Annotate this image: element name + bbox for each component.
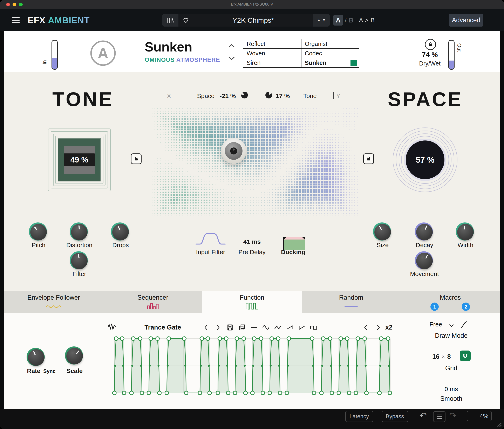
pitch-knob[interactable]: [30, 224, 47, 240]
pattern-next-button[interactable]: [375, 323, 382, 332]
shape-line-icon[interactable]: [250, 323, 258, 332]
cpu-meter[interactable]: 4%: [467, 411, 492, 421]
decay-knob[interactable]: [416, 224, 433, 240]
shape-ramp-down-icon[interactable]: [298, 323, 305, 332]
chevron-down-icon[interactable]: [449, 324, 454, 327]
snap-toggle[interactable]: [460, 350, 471, 361]
scale-knob-label: Scale: [58, 368, 91, 374]
drops-knob[interactable]: [112, 224, 129, 240]
main-panel: TONE SPACE X Space -21 % 17 % Tone Y: [4, 72, 500, 291]
grid-setting[interactable]: 16 × 8: [432, 353, 451, 360]
input-meter-label: In: [42, 60, 48, 64]
ducking-display[interactable]: [283, 237, 305, 250]
smooth-value[interactable]: 0 ms: [429, 385, 474, 393]
sync-toggle[interactable]: Sync: [43, 368, 56, 374]
tone-visualizer[interactable]: 49 %: [48, 129, 110, 191]
chevron-up-icon: [228, 44, 235, 48]
preset-browser-bar: Y2K Chimps* ▲ ▼: [162, 14, 330, 26]
tone-mini-knob[interactable]: [265, 92, 272, 98]
macro-2-badge[interactable]: 2: [462, 303, 470, 311]
preset-next-button[interactable]: ▼: [322, 18, 326, 22]
tab-envelope-follower[interactable]: Envelope Follower: [4, 291, 103, 313]
pitch-knob-label: Pitch: [18, 242, 59, 249]
space-lock-button[interactable]: [363, 153, 374, 164]
pattern-prev-button[interactable]: [362, 323, 369, 332]
tab-function[interactable]: Function: [202, 291, 301, 313]
undo-icon[interactable]: ↶: [420, 411, 427, 420]
preset-list-item[interactable]: Woven: [243, 49, 301, 58]
preset-down-button[interactable]: [228, 56, 235, 61]
ab-toggle-b[interactable]: B: [349, 17, 353, 24]
copy-icon[interactable]: [238, 323, 246, 332]
preset-list-item-selected[interactable]: Sunken: [301, 58, 359, 67]
output-level-meter[interactable]: [448, 40, 455, 70]
scale-knob[interactable]: [66, 348, 83, 364]
distortion-knob[interactable]: [71, 224, 88, 240]
preset-up-button[interactable]: [228, 44, 235, 49]
latency-button[interactable]: Latency: [345, 411, 373, 422]
ab-toggle-a[interactable]: A: [333, 15, 343, 26]
gate-editor-svg[interactable]: [112, 335, 393, 397]
prev-shape-button[interactable]: [202, 323, 210, 332]
function-wave-icon[interactable]: [107, 323, 117, 332]
tab-sequencer[interactable]: Sequencer: [103, 291, 202, 313]
size-knob[interactable]: [374, 224, 391, 240]
draw-mode-select[interactable]: Free: [424, 321, 447, 328]
advanced-button[interactable]: Advanced: [449, 14, 483, 26]
draw-curve-icon[interactable]: [459, 320, 468, 329]
resize-grip[interactable]: [495, 420, 502, 427]
ab-copy-button[interactable]: A > B: [359, 14, 375, 26]
current-preset-name[interactable]: Y2K Chimps*: [193, 14, 313, 26]
input-filter-icon[interactable]: [195, 231, 226, 248]
predelay-value[interactable]: 41 ms: [235, 238, 269, 245]
bypass-button[interactable]: Bypass: [382, 411, 408, 422]
brand-ambient: AMBIENT: [48, 15, 90, 25]
filter-knob[interactable]: [71, 253, 88, 269]
next-shape-button[interactable]: [214, 323, 222, 332]
preset-prev-button[interactable]: ▲: [317, 18, 321, 22]
redo-icon[interactable]: ↷: [449, 411, 456, 420]
shape-sine-icon[interactable]: [262, 323, 270, 332]
grid-y-value[interactable]: 8: [447, 353, 451, 360]
save-icon[interactable]: [226, 323, 234, 332]
shape-square-icon[interactable]: [310, 323, 317, 332]
multiplier-label[interactable]: x2: [385, 324, 400, 331]
drywet-lock-button[interactable]: [425, 39, 436, 50]
input-level-meter[interactable]: [52, 40, 58, 70]
movement-knob[interactable]: [416, 253, 433, 269]
favorite-button[interactable]: [179, 14, 193, 26]
preset-list-item[interactable]: Codec: [301, 49, 359, 58]
xy-pad-knob[interactable]: [221, 138, 246, 164]
shape-triangle-icon[interactable]: [274, 323, 281, 332]
hamburger-menu-icon[interactable]: [12, 17, 20, 25]
tab-macros[interactable]: Macros 1 2: [401, 291, 500, 313]
preset-list-item[interactable]: Organist: [301, 39, 359, 48]
grid-x-value[interactable]: 16: [432, 353, 439, 360]
plugin-header: EFX AMBIENT Y2K Chimps* ▲ ▼ A / B A > B …: [0, 9, 504, 31]
xy-pad-knob-core: [230, 148, 237, 155]
svg-text:A: A: [98, 45, 108, 61]
tab-random[interactable]: Random: [302, 291, 401, 313]
footer-bar: Latency Bypass ↶ ↷ 4%: [0, 409, 504, 429]
library-icon: [167, 17, 174, 24]
brand-logo: EFX AMBIENT: [28, 9, 90, 31]
macro-1-badge[interactable]: 1: [431, 303, 439, 311]
rate-knob[interactable]: [28, 349, 45, 366]
width-knob[interactable]: [457, 224, 474, 240]
xy-field-canvas[interactable]: [146, 103, 363, 222]
preset-list-row: Siren Sunken: [243, 58, 359, 68]
preset-list-item[interactable]: Siren: [243, 58, 301, 67]
preset-list-row: Reflect Organist: [243, 39, 359, 48]
drywet-label: Dry/Wet: [411, 60, 448, 67]
preset-list-item[interactable]: Reflect: [243, 39, 301, 48]
tone-lock-button[interactable]: [131, 153, 142, 164]
space-visualizer[interactable]: 57 %: [393, 128, 457, 192]
function-title[interactable]: Trance Gate: [136, 324, 189, 331]
brand-efx: EFX: [28, 15, 45, 25]
shape-ramp-up-icon[interactable]: [286, 323, 293, 332]
library-button[interactable]: [162, 14, 179, 26]
xy-space-value: -21 %: [220, 92, 236, 99]
y-axis-bar: [333, 92, 333, 99]
history-menu-icon[interactable]: [433, 411, 445, 422]
space-mini-knob[interactable]: [241, 92, 248, 98]
